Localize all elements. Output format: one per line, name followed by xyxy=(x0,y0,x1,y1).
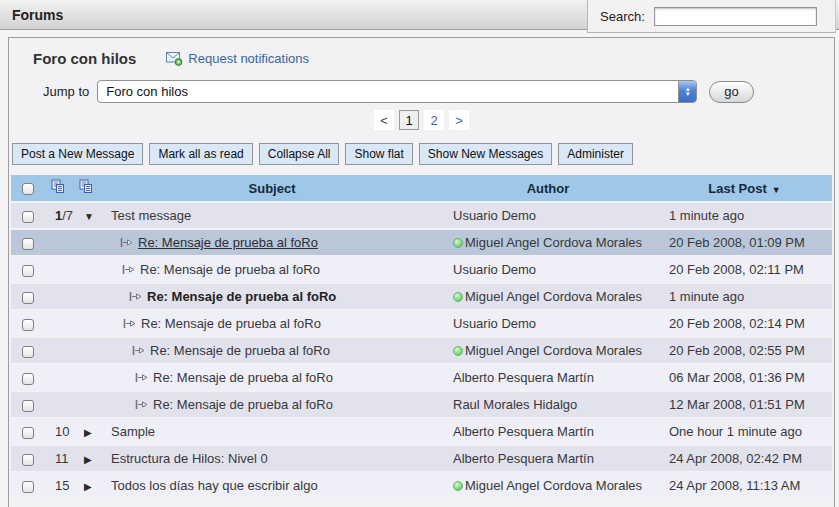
search-label: Search: xyxy=(600,9,645,24)
thread-toggle-icon[interactable]: ▼ xyxy=(84,211,94,222)
table-row: Re: Mensaje de prueba al foRo Raul Moral… xyxy=(11,392,832,417)
online-status-icon xyxy=(453,481,463,491)
request-notifications-label: Request notifications xyxy=(188,51,309,66)
last-post-time: 20 Feb 2008, 02:55 PM xyxy=(669,343,805,358)
reply-arrow-icon xyxy=(129,291,142,302)
author-name: Miguel Angel Cordova Morales xyxy=(465,478,642,493)
author-name: Alberto Pesquera Martín xyxy=(453,370,594,385)
toolbar-button-mark-all-as-read[interactable]: Mark all as read xyxy=(149,143,252,165)
toolbar-button-collapse-all[interactable]: Collapse All xyxy=(259,143,340,165)
forum-jump-select[interactable]: Foro con hilos ▲▼ xyxy=(97,80,697,103)
request-notifications-link[interactable]: Request notifications xyxy=(166,51,309,66)
subject-cell: Re: Mensaje de prueba al foRo xyxy=(105,397,439,412)
author-name: Usuario Demo xyxy=(453,208,536,223)
toolbar-button-show-new-messages[interactable]: Show New Messages xyxy=(419,143,552,165)
subject-cell: Test message xyxy=(105,208,439,223)
go-button[interactable]: go xyxy=(709,81,753,103)
row-checkbox[interactable] xyxy=(22,211,34,223)
subject-link[interactable]: Sample xyxy=(111,424,155,439)
last-post-time: 06 Mar 2008, 01:36 PM xyxy=(669,370,805,385)
search-panel: Search: xyxy=(587,0,836,33)
subject-cell: Estructura de Hilos: Nivel 0 xyxy=(105,451,439,466)
thread-toggle-icon[interactable]: ▶ xyxy=(84,481,92,492)
select-all-checkbox[interactable] xyxy=(22,183,34,195)
last-post-time: 1 minute ago xyxy=(669,208,744,223)
table-row: Re: Mensaje de prueba al foRo Usuario De… xyxy=(11,257,832,282)
subject-cell: Re: Mensaje de prueba al foRo xyxy=(105,235,439,250)
online-status-icon xyxy=(453,238,463,248)
column-header-last-post[interactable]: Last Post▼ xyxy=(657,175,832,201)
search-input[interactable] xyxy=(654,7,817,26)
thread-toggle-icon[interactable]: ▶ xyxy=(84,454,92,465)
row-checkbox[interactable] xyxy=(22,265,34,277)
column-header-subject[interactable]: Subject xyxy=(105,175,439,201)
subject-link[interactable]: Re: Mensaje de prueba al foRo xyxy=(141,316,321,331)
row-checkbox[interactable] xyxy=(22,427,34,439)
reply-arrow-icon xyxy=(123,318,136,329)
last-post-time: 1 minute ago xyxy=(669,289,744,304)
row-checkbox[interactable] xyxy=(22,346,34,358)
thread-toggle-icon[interactable]: ▶ xyxy=(84,427,92,438)
page-title: Forums xyxy=(0,7,63,23)
reply-arrow-icon xyxy=(135,399,148,410)
reply-arrow-icon xyxy=(135,372,148,383)
toolbar: Post a New MessageMark all as readCollap… xyxy=(12,143,834,165)
online-status-icon xyxy=(453,346,463,356)
table-header-row: Subject Author Last Post▼ xyxy=(11,175,832,201)
subject-link[interactable]: Re: Mensaje de prueba al foRo xyxy=(150,343,330,358)
subject-link[interactable]: Re: Mensaje de prueba al foRo xyxy=(153,370,333,385)
thread-number: /7 xyxy=(62,208,73,223)
author-name: Miguel Angel Cordova Morales xyxy=(465,235,642,250)
expand-all-pages-icon[interactable] xyxy=(51,179,65,197)
pagination-page-2[interactable]: 2 xyxy=(424,110,444,130)
last-post-time: 20 Feb 2008, 01:09 PM xyxy=(669,235,805,250)
table-row: Re: Mensaje de prueba al foRo Miguel Ang… xyxy=(11,338,832,363)
last-post-time: 24 Apr 2008, 02:42 PM xyxy=(669,451,802,466)
row-checkbox[interactable] xyxy=(22,238,34,250)
subject-cell: Re: Mensaje de prueba al foRo xyxy=(105,289,439,304)
subject-link[interactable]: Test message xyxy=(111,208,191,223)
online-status-icon xyxy=(453,292,463,302)
author-name: Usuario Demo xyxy=(453,262,536,277)
row-checkbox[interactable] xyxy=(22,319,34,331)
last-post-time: 20 Feb 2008, 02:11 PM xyxy=(669,262,804,277)
subject-link[interactable]: Estructura de Hilos: Nivel 0 xyxy=(111,451,268,466)
subject-link[interactable]: Re: Mensaje de prueba al foRo xyxy=(140,262,320,277)
last-post-time: 24 Apr 2008, 11:13 AM xyxy=(669,478,800,493)
author-name: Usuario Demo xyxy=(453,316,536,331)
reply-arrow-icon xyxy=(120,237,133,248)
table-row: Re: Mensaje de prueba al foRo Usuario De… xyxy=(11,311,832,336)
toolbar-button-post-a-new-message[interactable]: Post a New Message xyxy=(12,143,143,165)
subject-cell: Re: Mensaje de prueba al foRo xyxy=(105,343,439,358)
row-checkbox[interactable] xyxy=(22,373,34,385)
pagination-prev[interactable]: < xyxy=(374,110,394,130)
author-name: Miguel Angel Cordova Morales xyxy=(465,343,642,358)
forum-table: Subject Author Last Post▼ 1/7 ▼ xyxy=(11,173,832,500)
pagination-next[interactable]: > xyxy=(449,110,469,130)
table-row: Re: Mensaje de prueba al foRo Miguel Ang… xyxy=(11,284,832,309)
row-checkbox[interactable] xyxy=(22,454,34,466)
row-checkbox[interactable] xyxy=(22,400,34,412)
forum-content-box: Foro con hilos Request notifications Jum… xyxy=(8,37,835,507)
toolbar-button-administer[interactable]: Administer xyxy=(558,143,633,165)
jump-to-label: Jump to xyxy=(43,84,89,99)
forum-title: Foro con hilos xyxy=(33,50,136,67)
collapse-all-pages-icon[interactable] xyxy=(79,179,93,197)
sort-descending-icon: ▼ xyxy=(772,185,781,195)
toolbar-button-show-flat[interactable]: Show flat xyxy=(345,143,412,165)
column-header-author[interactable]: Author xyxy=(439,175,657,201)
thread-number: 15 xyxy=(55,478,69,493)
last-post-time: One hour 1 minute ago xyxy=(669,424,802,439)
pagination-page-1[interactable]: 1 xyxy=(399,110,419,130)
subject-link[interactable]: Re: Mensaje de prueba al foRo xyxy=(138,235,318,250)
subject-cell: Re: Mensaje de prueba al foRo xyxy=(105,262,439,277)
row-checkbox[interactable] xyxy=(22,292,34,304)
subject-link[interactable]: Re: Mensaje de prueba al foRo xyxy=(147,289,336,304)
subject-link[interactable]: Re: Mensaje de prueba al foRo xyxy=(153,397,333,412)
subject-link[interactable]: Todos los días hay que escribir algo xyxy=(111,478,318,493)
subject-cell: Re: Mensaje de prueba al foRo xyxy=(105,370,439,385)
row-checkbox[interactable] xyxy=(22,481,34,493)
author-name: Raul Morales Hidalgo xyxy=(453,397,577,412)
forum-table-body: 1/7 ▼ Test message Usuario Demo 1 minute… xyxy=(11,203,832,498)
table-row: Re: Mensaje de prueba al foRo Alberto Pe… xyxy=(11,365,832,390)
